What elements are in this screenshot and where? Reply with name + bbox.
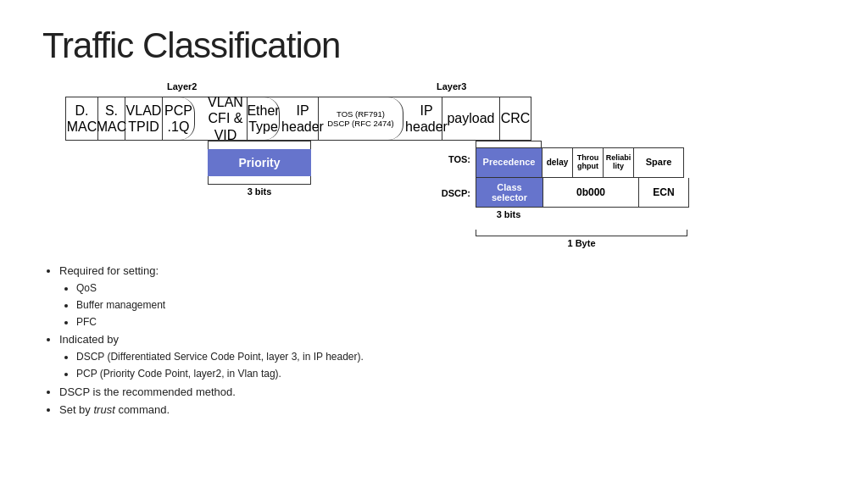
packet-row: D.MAC S.MAC VLADTPID PCP.1Q VLANCFI & VI… bbox=[65, 97, 531, 141]
priority-box: Priority bbox=[208, 149, 311, 176]
tos-bits-wrapper: 3 bits bbox=[476, 208, 689, 219]
tos-throughput: Throughput bbox=[573, 148, 604, 177]
priority-bracket: Priority 3 bits bbox=[208, 141, 311, 197]
priority-brace-up bbox=[208, 141, 311, 149]
tos-prec: Precedence bbox=[476, 148, 542, 177]
tos-top-brace bbox=[476, 141, 542, 147]
bullet-2-text: Indicated by bbox=[59, 333, 119, 346]
cell-ether: EtherType bbox=[248, 97, 280, 140]
tos-reliability: Reliability bbox=[604, 148, 634, 177]
page: Traffic Classification Layer2 Layer3 D.M… bbox=[0, 0, 868, 437]
dscp-ecn: ECN bbox=[639, 178, 688, 207]
cell-vlan: VLANCFI & VID bbox=[195, 97, 248, 140]
cell-dmac: D.MAC bbox=[66, 97, 98, 140]
bullet-4: Set by trust command. bbox=[59, 402, 826, 419]
layer3-label: Layer3 bbox=[437, 81, 466, 92]
tos-spare: Spare bbox=[634, 148, 683, 177]
tos-expansion: TOS: Precedence delay Throughput Reliabi… bbox=[438, 141, 689, 219]
bullet-2: Indicated by DSCP (Differentiated Servic… bbox=[59, 331, 826, 382]
bullet-list: Required for setting: QoS Buffer managem… bbox=[42, 263, 826, 419]
tos-inner: Precedence delay Throughput Reliability … bbox=[476, 141, 684, 178]
bullet-1: Required for setting: QoS Buffer managem… bbox=[59, 263, 826, 330]
sub-bullet-buffer: Buffer management bbox=[76, 297, 826, 313]
cell-payload: payload bbox=[442, 97, 500, 140]
dscp-side-label: DSCP: bbox=[438, 188, 476, 198]
dscp-0b000: 0b000 bbox=[542, 178, 639, 207]
priority-bits: 3 bits bbox=[208, 186, 311, 197]
tos-side-label: TOS: bbox=[438, 154, 476, 164]
sub-bullet-qos: QoS bbox=[76, 280, 826, 297]
dscp-row: DSCP: Classselector 0b000 ECN bbox=[438, 178, 689, 208]
dscp-box-row: Classselector 0b000 ECN bbox=[476, 178, 689, 208]
diagram: Layer2 Layer3 D.MAC S.MAC VLADTPID PCP.1… bbox=[65, 81, 803, 259]
tos-box-row: Precedence delay Throughput Reliability … bbox=[476, 147, 684, 178]
cell-crc: CRC bbox=[500, 97, 531, 140]
cell-tos: TOS (RF791)DSCP (RFC 2474) bbox=[319, 97, 403, 140]
byte-brace: 1 Byte bbox=[476, 230, 687, 248]
sub-bullet-pcp: PCP (Priority Code Point, layer2, in Vla… bbox=[76, 366, 826, 382]
bullet-3: DSCP is the recommended method. bbox=[59, 384, 826, 402]
sub-list-1: QoS Buffer management PFC bbox=[59, 280, 826, 331]
cell-vlad: VLADTPID bbox=[125, 97, 163, 140]
bullet-1-text: Required for setting: bbox=[59, 264, 159, 277]
sub-bullet-pfc: PFC bbox=[76, 314, 826, 330]
byte-label: 1 Byte bbox=[567, 238, 595, 248]
cell-pcp: PCP.1Q bbox=[163, 97, 195, 140]
dscp-class: Classselector bbox=[476, 178, 542, 207]
sub-bullet-dscp: DSCP (Differentiated Service Code Point,… bbox=[76, 349, 826, 365]
cell-ip2: IPheader bbox=[403, 97, 442, 140]
layer2-label: Layer2 bbox=[167, 81, 197, 92]
byte-brace-line bbox=[476, 230, 687, 236]
tos-row: TOS: Precedence delay Throughput Reliabi… bbox=[438, 141, 689, 178]
sub-list-2: DSCP (Differentiated Service Code Point,… bbox=[59, 349, 826, 382]
page-title: Traffic Classification bbox=[42, 25, 826, 66]
cell-smac: S.MAC bbox=[98, 97, 125, 140]
tos-bits-label: 3 bits bbox=[476, 209, 542, 219]
tos-delay: delay bbox=[542, 148, 573, 177]
cell-ip: IPheader bbox=[280, 97, 319, 140]
trust-italic: trust bbox=[93, 403, 114, 416]
priority-brace-down bbox=[208, 176, 311, 185]
